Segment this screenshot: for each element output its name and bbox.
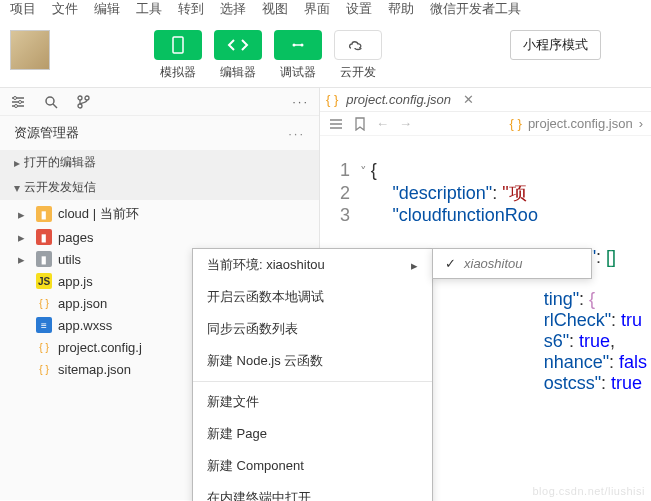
breadcrumb-file[interactable]: project.config.json bbox=[528, 116, 633, 131]
breadcrumbs: ← → { } project.config.json › bbox=[320, 112, 651, 136]
cm-item[interactable]: 在内建终端中打开 bbox=[193, 482, 432, 501]
svg-point-3 bbox=[14, 96, 17, 99]
json-icon: { } bbox=[36, 361, 52, 377]
code-key: ting" bbox=[544, 289, 579, 309]
menu-item[interactable]: 设置 bbox=[346, 0, 372, 18]
tree-label: project.config.j bbox=[58, 340, 142, 355]
nav-back-icon[interactable]: ← bbox=[376, 116, 389, 131]
submenu: ✓ xiaoshitou bbox=[432, 248, 592, 279]
code-key: ostcss" bbox=[544, 373, 601, 393]
separator bbox=[193, 381, 432, 382]
tree-label: app.wxss bbox=[58, 318, 112, 333]
tree-label: app.js bbox=[58, 274, 93, 289]
context-menu: 当前环境: xiaoshitou ▸ 开启云函数本地调试 同步云函数列表 新建 … bbox=[192, 248, 433, 501]
menu-item[interactable]: 工具 bbox=[136, 0, 162, 18]
simulator-label: 模拟器 bbox=[160, 64, 196, 81]
tree-label: pages bbox=[58, 230, 93, 245]
json-icon: { } bbox=[326, 92, 338, 107]
branch-icon[interactable] bbox=[76, 95, 90, 109]
svg-point-7 bbox=[78, 96, 82, 100]
menu-item[interactable]: 文件 bbox=[52, 0, 78, 18]
simulator-button[interactable] bbox=[154, 30, 202, 60]
editor-label: 编辑器 bbox=[220, 64, 256, 81]
cm-item[interactable]: 开启云函数本地调试 bbox=[193, 281, 432, 313]
bug-icon bbox=[289, 38, 307, 52]
more-icon[interactable]: ··· bbox=[292, 94, 309, 109]
json-icon: { } bbox=[510, 116, 522, 131]
debugger-button[interactable] bbox=[274, 30, 322, 60]
code-key: rlCheck" bbox=[544, 310, 611, 330]
tab-filename[interactable]: project.config.json bbox=[346, 92, 451, 107]
js-icon: JS bbox=[36, 273, 52, 289]
tree-label: cloud | 当前环 bbox=[58, 205, 139, 223]
folder-icon: ▮ bbox=[36, 251, 52, 267]
json-icon: { } bbox=[36, 295, 52, 311]
code-brace: { bbox=[371, 160, 377, 180]
section-cloud[interactable]: ▾ 云开发发短信 bbox=[0, 175, 319, 200]
menu-item[interactable]: 项目 bbox=[10, 0, 36, 18]
section-open-editors[interactable]: ▸ 打开的编辑器 bbox=[0, 150, 319, 175]
tabbar: { } project.config.json ✕ bbox=[320, 88, 651, 112]
svg-point-5 bbox=[15, 104, 18, 107]
folder-icon: ▮ bbox=[36, 206, 52, 222]
sidebar-iconbar: ··· bbox=[0, 88, 319, 116]
cm-item[interactable]: 新建 Node.js 云函数 bbox=[193, 345, 432, 377]
explorer-title: 资源管理器 ··· bbox=[0, 116, 319, 150]
close-icon[interactable]: ✕ bbox=[463, 92, 474, 107]
cm-current-env[interactable]: 当前环境: xiaoshitou ▸ bbox=[193, 249, 432, 281]
svg-rect-0 bbox=[173, 37, 183, 53]
cloud-label: 云开发 bbox=[340, 64, 376, 81]
submenu-label: xiaoshitou bbox=[464, 256, 523, 271]
cm-item[interactable]: 新建 Page bbox=[193, 418, 432, 450]
mode-select[interactable]: 小程序模式 bbox=[510, 30, 601, 60]
menu-item[interactable]: 编辑 bbox=[94, 0, 120, 18]
code-str: "项 bbox=[502, 183, 526, 203]
chevron-right-icon: ▸ bbox=[411, 258, 418, 273]
cloud-icon bbox=[347, 38, 369, 52]
section-label: 打开的编辑器 bbox=[24, 154, 96, 171]
svg-point-8 bbox=[78, 104, 82, 108]
tree-label: utils bbox=[58, 252, 81, 267]
code-bool: true bbox=[611, 373, 642, 393]
json-icon: { } bbox=[36, 339, 52, 355]
code-key: "cloudfunctionRoo bbox=[392, 205, 538, 225]
explorer-more-icon[interactable]: ··· bbox=[288, 126, 305, 141]
svg-point-4 bbox=[19, 100, 22, 103]
menu-item[interactable]: 视图 bbox=[262, 0, 288, 18]
debugger-label: 调试器 bbox=[280, 64, 316, 81]
tree-folder-cloud[interactable]: ▸▮cloud | 当前环 bbox=[0, 202, 319, 226]
menu-item[interactable]: 微信开发者工具 bbox=[430, 0, 521, 18]
submenu-item[interactable]: ✓ xiaoshitou bbox=[433, 249, 591, 278]
avatar[interactable] bbox=[10, 30, 50, 70]
code-icon bbox=[227, 38, 249, 52]
chevron-right-icon: ▸ bbox=[10, 156, 24, 170]
cm-label: 当前环境: xiaoshitou bbox=[207, 256, 325, 274]
editor-button[interactable] bbox=[214, 30, 262, 60]
menu-item[interactable]: 界面 bbox=[304, 0, 330, 18]
search-icon[interactable] bbox=[44, 95, 58, 109]
cm-item[interactable]: 同步云函数列表 bbox=[193, 313, 432, 345]
toolbar: 模拟器 编辑器 调试器 云开发 小程序模式 bbox=[0, 24, 651, 87]
tree-label: sitemap.json bbox=[58, 362, 131, 377]
code-key: s6" bbox=[544, 331, 569, 351]
cloud-button[interactable] bbox=[334, 30, 382, 60]
nav-fwd-icon[interactable]: → bbox=[399, 116, 412, 131]
menu-item[interactable]: 转到 bbox=[178, 0, 204, 18]
cm-item[interactable]: 新建文件 bbox=[193, 386, 432, 418]
cm-item[interactable]: 新建 Component bbox=[193, 450, 432, 482]
check-icon: ✓ bbox=[445, 256, 456, 271]
chevron-down-icon: ▾ bbox=[10, 181, 24, 195]
tree-label: app.json bbox=[58, 296, 107, 311]
svg-point-9 bbox=[85, 96, 89, 100]
settings-icon[interactable] bbox=[10, 95, 26, 109]
list-icon[interactable] bbox=[328, 118, 344, 130]
menubar: 项目 文件 编辑 工具 转到 选择 视图 界面 设置 帮助 微信开发者工具 bbox=[0, 0, 651, 24]
menu-item[interactable]: 帮助 bbox=[388, 0, 414, 18]
bookmark-icon[interactable] bbox=[354, 117, 366, 131]
code-bool: fals bbox=[619, 352, 647, 372]
explorer-title-text: 资源管理器 bbox=[14, 124, 79, 142]
menu-item[interactable]: 选择 bbox=[220, 0, 246, 18]
phone-icon bbox=[171, 36, 185, 54]
watermark: blog.csdn.net/liushisi bbox=[532, 485, 645, 497]
tree-folder-pages[interactable]: ▸▮pages bbox=[0, 226, 319, 248]
